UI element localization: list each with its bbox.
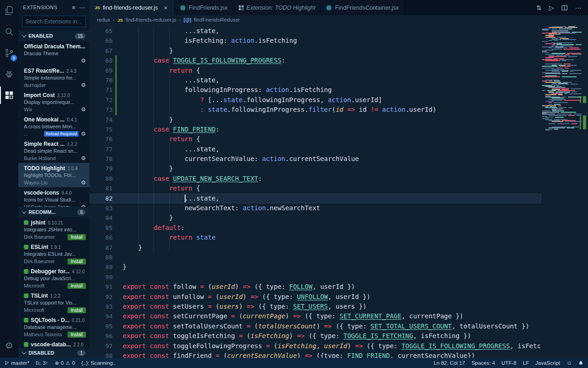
code-line-83[interactable]: 83 newSearchText: action.newSearchText: [90, 203, 541, 213]
tab-extension-todo-highlight[interactable]: Extension: TODO Highlight: [233, 0, 321, 15]
extension-item-vscode-datab-[interactable]: vscode-datab...2.2.0: [18, 339, 90, 348]
code-line-78[interactable]: 78 currentSearchValue: action.currentSea…: [90, 154, 541, 164]
close-icon[interactable]: ×: [163, 4, 169, 12]
source-control-icon[interactable]: 9: [0, 42, 18, 63]
code-line-72[interactable]: 72 ? [...state.followingInProgress, acti…: [90, 95, 541, 105]
overview-ruler[interactable]: [582, 24, 588, 358]
tab-findfriendscontainer-jsx[interactable]: FindFriendsContainer.jsx: [321, 0, 404, 15]
code-line-68[interactable]: 68 case TOGGLE_IS_FOLLOWING_PROGRESS:: [90, 56, 541, 65]
section-disabled[interactable]: DISABLED 1: [18, 348, 90, 358]
extensions-icon[interactable]: [0, 85, 18, 106]
git-branch-status[interactable]: master*: [5, 360, 29, 366]
code-line-81[interactable]: 81 return {: [90, 184, 541, 193]
breadcrumb-folder[interactable]: redux: [97, 17, 110, 23]
code-line-89[interactable]: 89}: [90, 262, 541, 272]
minimap[interactable]: [541, 24, 582, 358]
extension-item-jshint[interactable]: jshint0.10.21Integrates JSHint into...Di…: [18, 217, 90, 242]
code-line-76[interactable]: 76 return {: [90, 134, 541, 144]
extension-item-es7-react-re-[interactable]: ES7 React/Re...2.4.3Simple extensions fo…: [18, 65, 90, 90]
install-button[interactable]: Install: [68, 259, 86, 264]
code-line-91[interactable]: 91export const follow = (userId) => ({ t…: [90, 282, 541, 292]
code-line-80[interactable]: 80 case UPDATE_NEW_SEARCH_TEXT:: [90, 174, 541, 184]
code-line-85[interactable]: 85 default:: [90, 223, 541, 233]
explorer-icon[interactable]: [0, 0, 18, 21]
install-button[interactable]: Install: [68, 234, 86, 240]
code-line-65[interactable]: 65 ...state,: [90, 26, 541, 36]
code-line-95[interactable]: 95export const setTotalUsersCount = (tot…: [90, 322, 541, 331]
code-line-86[interactable]: 86 return state: [90, 233, 541, 242]
install-button[interactable]: Install: [68, 283, 86, 289]
filter-icon[interactable]: ≡: [72, 4, 75, 11]
code-line-87[interactable]: 87 }: [90, 243, 541, 253]
code-line-92[interactable]: 92export const unfollow = (userId) => ({…: [90, 292, 541, 302]
extensions-search-input[interactable]: [22, 16, 86, 27]
sync-status[interactable]: 0↓ 3↑: [36, 360, 49, 366]
code-line-93[interactable]: 93export const setUsers = (users) => ({ …: [90, 302, 541, 311]
extension-item-todo-highlight[interactable]: TODO Highlight1.0.4highlight TODOs, FIX.…: [18, 163, 90, 187]
code-line-67[interactable]: 67 }: [90, 46, 541, 56]
encoding[interactable]: UTF-8: [502, 360, 517, 366]
extension-publisher: Wayou Liu: [24, 180, 48, 185]
settings-gear-icon[interactable]: ⚙: [0, 335, 18, 356]
extension-item-one-monokai-[interactable]: One Monokai ...0.4.1A cross between Mon.…: [18, 114, 90, 138]
more-actions-icon[interactable]: ⋯: [575, 4, 582, 12]
notifications-bell-icon[interactable]: [578, 360, 583, 366]
extension-item-sqltools-d-[interactable]: SQLTools - D...0.21.0Database manageme..…: [18, 315, 90, 339]
extension-item-tslint[interactable]: TSLint1.2.2TSLint support for Vis...Micr…: [18, 290, 90, 315]
code-line-94[interactable]: 94export const setCurrentPage = (current…: [90, 311, 541, 321]
code-editor[interactable]: 65 ...state,66 isFetching: action.isFetc…: [90, 24, 541, 358]
code-line-84[interactable]: 84 }: [90, 213, 541, 223]
scanning-status[interactable]: {..}: Scanning..: [81, 360, 116, 366]
manage-gear-icon[interactable]: ⚙: [81, 180, 86, 185]
split-editor-icon[interactable]: [561, 5, 568, 11]
code-line-96[interactable]: 96export const toggleIsFetching = (isFet…: [90, 331, 541, 341]
manage-gear-icon[interactable]: ⚙: [81, 131, 86, 137]
code-line-75[interactable]: 75 case FIND_FRIEND:: [90, 125, 541, 134]
code-line-70[interactable]: 70 ...state,: [90, 75, 541, 85]
cursor-position[interactable]: Ln 82, Col 17: [434, 360, 465, 366]
code-line-88[interactable]: 88: [90, 253, 541, 262]
bug-icon: [4, 69, 15, 80]
reload-required-button[interactable]: Reload Required: [44, 131, 79, 137]
toggle-changes-icon[interactable]: ⇅: [536, 4, 542, 12]
manage-gear-icon[interactable]: ⚙: [81, 58, 86, 63]
code-line-90[interactable]: 90: [90, 272, 541, 282]
language-mode[interactable]: JavaScript: [536, 360, 560, 366]
extension-item-simple-react-[interactable]: Simple React ...1.2.2Dead simple React s…: [18, 138, 90, 163]
extension-item-official-dracula-them-[interactable]: Official Dracula Them...Dracula Theme⚙: [18, 41, 90, 65]
code-line-79[interactable]: 79 }: [90, 164, 541, 173]
code-line-71[interactable]: 71 followingInProgress: action.isFetchin…: [90, 85, 541, 95]
section-enabled[interactable]: ENABLED 15: [18, 31, 90, 41]
breadcrumb-file[interactable]: find-friends-reduser.js: [125, 17, 176, 23]
eol-sequence[interactable]: LF: [523, 360, 529, 366]
tab-findfriends-jsx[interactable]: FindFriends.jsx: [175, 0, 233, 15]
code-line-98[interactable]: 98export const findFriend = (currentSear…: [90, 351, 541, 358]
install-button[interactable]: Install: [68, 332, 86, 338]
tab-find-friends-reduser-js[interactable]: JSfind-friends-reduser.js×: [90, 0, 175, 15]
search-icon[interactable]: [0, 21, 18, 42]
indentation[interactable]: Spaces: 4: [471, 360, 495, 366]
section-recommended[interactable]: RECOMM... 6: [18, 207, 90, 217]
problems-status[interactable]: ⊗ 0 ⚠ 0: [55, 360, 75, 366]
code-line-66[interactable]: 66 isFetching: action.isFetching: [90, 36, 541, 46]
code-line-73[interactable]: 73 : state.followingInProgress.filter(id…: [90, 105, 541, 115]
extension-description: TSLint support for Vis...: [24, 300, 86, 305]
extension-item-vscode-icons[interactable]: vscode-icons9.4.0Icons for Visual Studi.…: [18, 187, 90, 207]
code-line-82[interactable]: 82 ...state,: [90, 194, 541, 203]
manage-gear-icon[interactable]: ⚙: [81, 82, 86, 88]
extension-item-eslint[interactable]: ESLint1.9.1Integrates ESLint Jav...Dirk …: [18, 242, 90, 266]
code-line-69[interactable]: 69 return {: [90, 66, 541, 75]
extension-item-import-cost[interactable]: Import Cost2.12.0Display import/requir..…: [18, 90, 90, 114]
manage-gear-icon[interactable]: ⚙: [81, 107, 86, 112]
debug-icon[interactable]: [0, 63, 18, 85]
code-line-97[interactable]: 97export const toggleFollowingProgress =…: [90, 341, 541, 351]
extension-item-debugger-for-[interactable]: Debugger for...4.12.0Debug your JavaScri…: [18, 266, 90, 290]
more-icon[interactable]: ⋯: [79, 4, 85, 11]
code-line-77[interactable]: 77 ...state,: [90, 144, 541, 154]
feedback-smiley-icon[interactable]: ☺: [566, 360, 572, 366]
run-icon[interactable]: ▷: [549, 4, 554, 12]
breadcrumb-symbol[interactable]: findFriendsReduser: [194, 17, 240, 23]
install-button[interactable]: Install: [68, 307, 86, 313]
code-line-74[interactable]: 74 }: [90, 115, 541, 125]
manage-gear-icon[interactable]: ⚙: [81, 155, 86, 161]
